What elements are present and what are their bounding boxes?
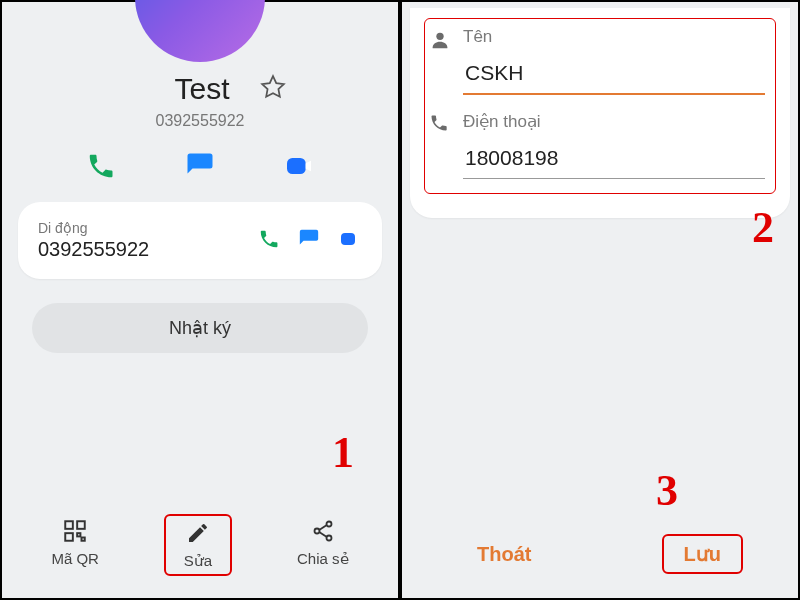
log-button[interactable]: Nhật ký	[32, 303, 368, 353]
svg-line-12	[319, 532, 327, 537]
step-marker-1: 1	[332, 427, 354, 478]
svg-rect-2	[341, 233, 355, 245]
video-call-icon[interactable]	[283, 150, 315, 182]
pencil-icon	[186, 520, 210, 546]
phone-type-label: Di động	[38, 220, 149, 236]
svg-rect-5	[65, 533, 73, 541]
phone-entry-card: Di động 0392555922	[18, 202, 382, 279]
exit-button[interactable]: Thoát	[457, 537, 551, 572]
svg-point-8	[326, 522, 331, 527]
share-icon	[311, 518, 335, 544]
avatar[interactable]	[135, 0, 265, 62]
svg-rect-3	[65, 521, 73, 529]
svg-point-10	[326, 536, 331, 541]
message-icon[interactable]	[298, 228, 320, 254]
svg-marker-0	[262, 76, 284, 97]
star-outline-icon[interactable]	[260, 74, 286, 104]
bottom-bar: Mã QR Sửa Chia sẻ	[2, 502, 398, 598]
name-field-label: Tên	[463, 27, 765, 47]
save-button[interactable]: Lưu	[662, 534, 743, 574]
qr-button[interactable]: Mã QR	[33, 514, 117, 576]
phone-icon[interactable]	[258, 228, 280, 254]
svg-point-9	[314, 529, 319, 534]
contact-number: 0392555922	[2, 112, 398, 130]
svg-rect-1	[287, 158, 306, 174]
svg-rect-6	[77, 533, 80, 536]
edit-form-highlight: Tên Điện thoại	[424, 18, 776, 194]
svg-line-11	[319, 525, 327, 530]
phone-entry-number: 0392555922	[38, 238, 149, 261]
contact-name: Test	[174, 72, 229, 106]
phone-entry-actions	[258, 227, 362, 255]
person-icon	[429, 27, 463, 55]
share-label: Chia sẻ	[297, 550, 349, 568]
phone-icon	[429, 111, 463, 137]
phone-entry-text: Di động 0392555922	[38, 220, 149, 261]
share-button[interactable]: Chia sẻ	[279, 514, 367, 576]
edit-footer: Thoát Lưu	[402, 514, 798, 598]
phone-field[interactable]	[463, 142, 765, 179]
phone-field-row: Điện thoại	[429, 111, 765, 179]
edit-label: Sửa	[184, 552, 212, 570]
phone-icon[interactable]	[85, 150, 117, 182]
step-marker-2: 2	[752, 202, 774, 253]
edit-button[interactable]: Sửa	[164, 514, 232, 576]
phone-field-label: Điện thoại	[463, 111, 765, 132]
svg-rect-7	[82, 538, 85, 541]
contact-view-screen: Test 0392555922 Di động 0392555922	[0, 0, 400, 600]
edit-form-card: Tên Điện thoại	[410, 8, 790, 218]
step-marker-3: 3	[656, 465, 678, 516]
qr-icon	[62, 518, 88, 544]
svg-point-13	[436, 33, 443, 40]
qr-label: Mã QR	[51, 550, 99, 567]
video-call-icon[interactable]	[338, 227, 362, 255]
avatar-wrap	[2, 0, 398, 62]
message-icon[interactable]	[184, 150, 216, 182]
name-field[interactable]	[463, 57, 765, 95]
contact-edit-screen: Tên Điện thoại 2 3 Thoát Lưu	[400, 0, 800, 600]
svg-rect-4	[77, 521, 85, 529]
name-row: Test	[2, 72, 398, 106]
primary-actions	[2, 130, 398, 202]
name-field-row: Tên	[429, 27, 765, 95]
